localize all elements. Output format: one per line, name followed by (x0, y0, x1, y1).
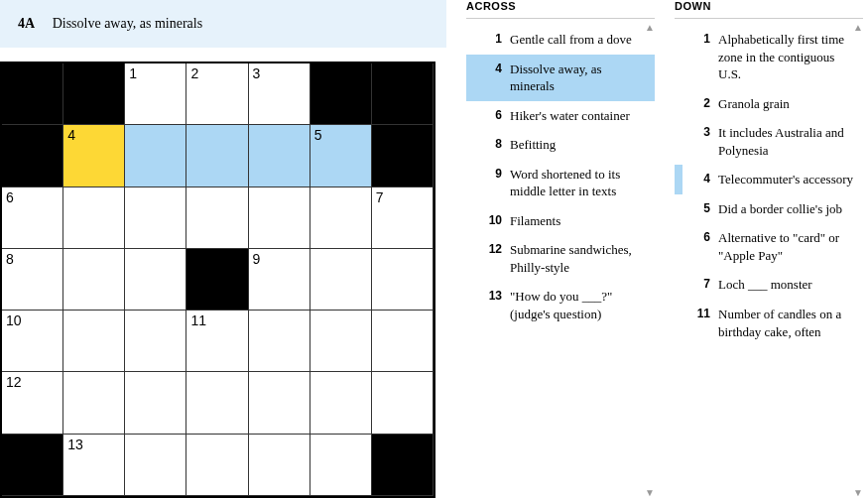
grid-cell[interactable] (125, 125, 186, 187)
cell-number: 1 (129, 65, 137, 81)
clue-item[interactable]: 11Number of candles on a birthday cake, … (675, 300, 863, 346)
clue-panels: ACROSS 1Gentle call from a dove4Dissolve… (466, 0, 868, 498)
grid-cell[interactable] (63, 372, 125, 434)
grid-cell[interactable]: 6 (2, 187, 63, 249)
down-clue-list[interactable]: 1Alphabetically first time zone in the c… (675, 25, 863, 346)
clue-text: Word shortened to its middle letter in t… (510, 166, 647, 200)
grid-cell[interactable] (310, 249, 372, 311)
grid-cell[interactable] (249, 435, 310, 496)
grid-cell[interactable] (186, 435, 248, 496)
current-clue-bar: 4A Dissolve away, as minerals (0, 0, 446, 48)
grid-cell[interactable]: 11 (186, 311, 248, 372)
clue-item[interactable]: 1Gentle call from a dove (466, 25, 655, 55)
clue-number: 10 (480, 212, 502, 228)
clue-item[interactable]: 10Filaments (466, 206, 655, 236)
clue-number: 8 (480, 136, 502, 152)
grid-cell[interactable] (249, 372, 310, 434)
scroll-down-icon: ▼ (853, 487, 865, 498)
clue-text: Gentle call from a dove (510, 31, 647, 49)
cell-number: 11 (190, 312, 206, 328)
grid-cell-black (372, 63, 434, 125)
clue-item[interactable]: 2Granola grain (675, 89, 863, 119)
grid-cell-black (372, 435, 434, 496)
clue-item[interactable]: 12Submarine sandwiches, Philly-style (466, 235, 655, 282)
clue-item[interactable]: 6Alternative to "card" or "Apple Pay" (675, 223, 863, 270)
grid-cell[interactable]: 4 (63, 125, 125, 187)
grid-cell-black (310, 63, 372, 125)
grid-cell-black (372, 125, 434, 187)
clue-item[interactable]: 4Dissolve away, as minerals (466, 55, 655, 101)
clue-item[interactable]: 4Telecommuter's accessory (675, 165, 863, 194)
grid-cell[interactable] (249, 311, 310, 372)
grid-cell[interactable] (125, 435, 186, 496)
grid-cell[interactable]: 3 (249, 63, 310, 125)
grid-cell-black (63, 63, 125, 125)
cell-number: 5 (314, 127, 322, 143)
clue-text: Dissolve away, as minerals (510, 61, 647, 95)
cell-number: 10 (6, 312, 22, 328)
grid-cell[interactable]: 5 (310, 125, 372, 187)
left-column: 4A Dissolve away, as minerals 1234567891… (0, 0, 446, 498)
clue-text: Alphabetically first time zone in the co… (718, 31, 855, 83)
cell-number: 8 (6, 251, 14, 267)
grid-cell[interactable] (372, 249, 434, 311)
grid-cell-black (186, 249, 248, 311)
clue-number: 7 (688, 276, 710, 292)
grid-cell[interactable] (310, 372, 372, 434)
cell-number: 4 (67, 127, 75, 143)
grid-cell[interactable] (186, 187, 248, 249)
clue-number: 6 (480, 107, 502, 123)
grid-cell[interactable] (186, 125, 248, 187)
grid-cell[interactable]: 2 (186, 63, 248, 125)
clue-text: It includes Australia and Polynesia (718, 124, 855, 159)
across-heading: ACROSS (466, 0, 655, 19)
grid-cell[interactable] (249, 187, 310, 249)
grid-cell[interactable] (372, 372, 434, 434)
grid-cell[interactable] (63, 311, 125, 372)
clue-item[interactable]: 13"How do you ___?" (judge's question) (466, 282, 655, 328)
crossword-container: 4A Dissolve away, as minerals 1234567891… (0, 0, 868, 498)
clue-item[interactable]: 5Did a border collie's job (675, 194, 863, 224)
grid-cell[interactable] (63, 249, 125, 311)
grid-cell[interactable] (310, 187, 372, 249)
clue-number: 4 (688, 171, 710, 187)
grid-cell[interactable] (125, 311, 186, 372)
grid-cell[interactable] (63, 187, 125, 249)
grid-cell[interactable] (125, 187, 186, 249)
grid-cell[interactable] (372, 311, 434, 372)
clue-text: Alternative to "card" or "Apple Pay" (718, 229, 855, 264)
grid-cell[interactable]: 7 (372, 187, 434, 249)
grid-cell[interactable] (310, 435, 372, 496)
clue-number: 6 (688, 229, 710, 245)
clue-item[interactable]: 3It includes Australia and Polynesia (675, 118, 863, 165)
clue-item[interactable]: 1Alphabetically first time zone in the c… (675, 25, 863, 89)
cell-number: 7 (376, 189, 384, 205)
clue-number: 13 (480, 288, 502, 304)
grid-cell[interactable]: 10 (2, 311, 63, 372)
clue-number: 3 (688, 124, 710, 140)
grid-cell[interactable] (125, 249, 186, 311)
clue-number: 12 (480, 241, 502, 257)
grid-cell[interactable] (249, 125, 310, 187)
grid-cell[interactable] (310, 311, 372, 372)
clue-text: Befitting (510, 136, 647, 154)
clue-item[interactable]: 6Hiker's water container (466, 101, 655, 131)
grid-cell[interactable]: 9 (249, 249, 310, 311)
clue-item[interactable]: 8Befitting (466, 130, 655, 160)
crossword-grid[interactable]: 12345678910111213 (0, 62, 435, 498)
clue-text: Hiker's water container (510, 107, 647, 125)
grid-cell[interactable] (125, 372, 186, 434)
grid-cell[interactable] (186, 372, 248, 434)
clue-text: Did a border collie's job (718, 200, 855, 218)
clue-text: Loch ___ monster (718, 276, 855, 294)
clue-number: 4 (480, 61, 502, 76)
grid-cell[interactable]: 1 (125, 63, 186, 125)
clue-text: Submarine sandwiches, Philly-style (510, 241, 647, 276)
clue-item[interactable]: 9Word shortened to its middle letter in … (466, 160, 655, 206)
clue-item[interactable]: 7Loch ___ monster (675, 270, 863, 300)
cell-number: 3 (253, 65, 261, 81)
grid-cell[interactable]: 8 (2, 249, 63, 311)
across-clue-list[interactable]: 1Gentle call from a dove4Dissolve away, … (466, 25, 655, 329)
grid-cell[interactable]: 12 (2, 372, 63, 434)
grid-cell[interactable]: 13 (63, 435, 125, 496)
